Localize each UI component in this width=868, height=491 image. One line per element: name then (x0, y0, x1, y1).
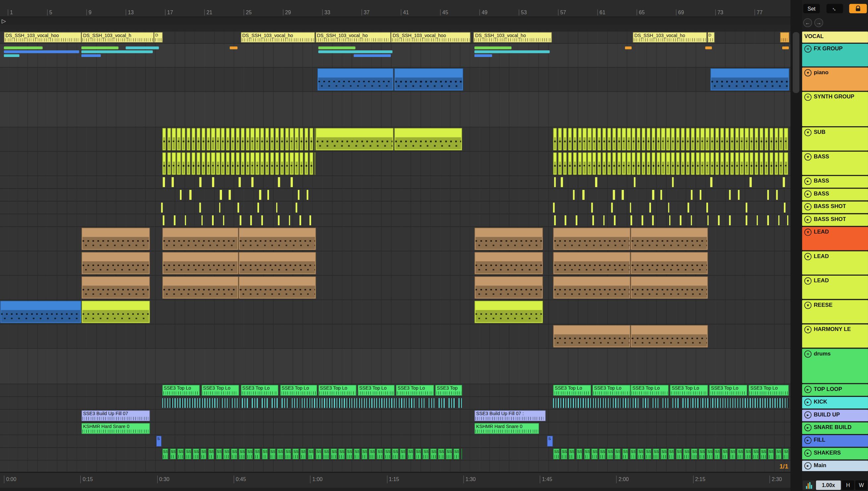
clip[interactable]: SS (400, 448, 406, 459)
clip[interactable] (236, 128, 239, 151)
clip[interactable] (226, 128, 230, 151)
clip[interactable] (597, 152, 601, 175)
clip[interactable]: SSE3 Top Lo (357, 385, 395, 396)
clip[interactable] (780, 32, 790, 43)
clip[interactable] (672, 177, 674, 187)
clip[interactable]: SSE3 Top Lo (592, 385, 631, 396)
clip[interactable]: SSE3 Build Up Fill 07 : (474, 410, 546, 421)
clip[interactable] (776, 190, 778, 200)
clip[interactable] (278, 215, 279, 225)
track-header-bass-shot[interactable]: ▸BASS SHOT (802, 214, 868, 226)
clip[interactable] (637, 128, 641, 151)
clip[interactable] (622, 152, 626, 175)
clip[interactable] (671, 128, 675, 151)
clip[interactable] (236, 152, 239, 175)
clip[interactable] (764, 128, 768, 151)
clip[interactable] (612, 152, 616, 175)
track-row-main[interactable] (0, 461, 790, 471)
vertical-scrollbar[interactable] (790, 0, 802, 491)
clip[interactable] (201, 215, 203, 225)
clip[interactable] (299, 128, 303, 151)
clip[interactable] (239, 215, 241, 225)
clip[interactable] (565, 215, 566, 225)
clip[interactable] (783, 177, 785, 187)
track-fold-icon[interactable]: ▾ (804, 129, 812, 136)
clip[interactable] (259, 190, 261, 200)
clip[interactable] (706, 203, 707, 213)
track-fold-icon[interactable]: ▾ (804, 253, 812, 260)
clip[interactable] (245, 152, 250, 175)
clip[interactable]: SS (752, 448, 759, 459)
track-fold-icon[interactable]: ▸ (804, 462, 812, 469)
clip[interactable] (641, 215, 643, 225)
clip[interactable] (237, 203, 239, 213)
clip[interactable] (700, 128, 704, 151)
clip[interactable] (680, 215, 681, 225)
clip[interactable] (750, 152, 754, 175)
track-row-bass[interactable] (0, 189, 790, 201)
clip[interactable] (784, 152, 788, 175)
track-row-piano[interactable] (0, 67, 790, 91)
clip[interactable] (668, 203, 669, 213)
clip[interactable] (710, 68, 789, 91)
clip[interactable] (474, 47, 512, 49)
track-header-sub[interactable]: ▾SUB (802, 127, 868, 150)
clip[interactable] (238, 228, 316, 251)
clip[interactable]: SS (223, 448, 230, 459)
track-fold-icon[interactable]: ▸ (804, 411, 812, 418)
clip[interactable] (561, 177, 563, 187)
clip[interactable]: SS (338, 448, 345, 459)
clip[interactable] (474, 228, 543, 251)
track-row-synth-group[interactable] (0, 92, 790, 126)
clip[interactable]: SS (277, 448, 283, 459)
clip[interactable]: SS (323, 448, 329, 459)
clip[interactable]: SS (238, 448, 245, 459)
clip[interactable] (251, 152, 255, 175)
set-button[interactable]: Set (803, 4, 820, 13)
clip[interactable]: SS (760, 448, 766, 459)
clip[interactable]: SSE3 Top Lo (318, 385, 356, 396)
clip[interactable]: SSE3 Top (435, 385, 462, 396)
clip[interactable] (573, 190, 575, 200)
clip[interactable]: SS (775, 448, 782, 459)
clip[interactable] (617, 152, 621, 175)
clip[interactable]: SS (691, 448, 697, 459)
clip[interactable] (82, 252, 150, 275)
clip[interactable] (270, 152, 274, 175)
clip[interactable] (568, 128, 572, 151)
clip[interactable] (261, 215, 263, 225)
clip[interactable] (265, 152, 269, 175)
clip[interactable]: SS (614, 448, 620, 459)
clip[interactable] (186, 128, 191, 151)
clip[interactable]: SS (445, 448, 452, 459)
track-header-lead[interactable]: ▾LEAD (802, 252, 868, 275)
clip[interactable]: SSE3 Top Lo (396, 385, 434, 396)
clip[interactable] (221, 152, 225, 175)
clip[interactable] (634, 177, 636, 187)
clip[interactable] (754, 152, 758, 175)
track-header-harmony-le[interactable]: ▾HARMONY LE (802, 324, 868, 348)
track-fold-icon[interactable]: ▾ (804, 326, 812, 333)
clip[interactable] (784, 128, 788, 151)
clip[interactable] (211, 128, 215, 151)
clip[interactable] (216, 152, 220, 175)
clip[interactable] (631, 215, 632, 225)
clip[interactable] (735, 152, 739, 175)
clip[interactable] (167, 152, 171, 175)
clip[interactable] (285, 152, 289, 175)
clip[interactable] (299, 152, 303, 175)
clip[interactable] (688, 203, 689, 213)
track-header-top-loop[interactable]: ▸TOP LOOP (802, 384, 868, 396)
clip[interactable] (612, 128, 616, 151)
clip[interactable]: SS (453, 448, 460, 459)
clip[interactable] (260, 152, 264, 175)
clip[interactable] (681, 128, 685, 151)
clip[interactable] (162, 228, 238, 251)
clip[interactable]: SS (584, 448, 590, 459)
clip[interactable]: SS (193, 448, 199, 459)
clip[interactable] (265, 128, 269, 151)
clip[interactable] (280, 152, 284, 175)
clip[interactable] (310, 215, 311, 225)
track-row-lead[interactable] (0, 252, 790, 275)
clip[interactable]: SS (607, 448, 613, 459)
